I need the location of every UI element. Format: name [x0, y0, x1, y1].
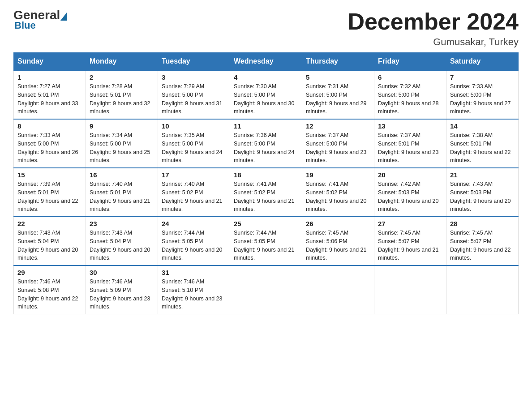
day-number: 1: [17, 73, 82, 81]
daylight-label: Daylight: 9 hours and 23 minutes.: [378, 149, 439, 164]
table-row: 2Sunrise: 7:28 AMSunset: 5:01 PMDaylight…: [86, 70, 158, 119]
day-info: Sunrise: 7:36 AMSunset: 5:00 PMDaylight:…: [234, 131, 298, 165]
sunset-label: Sunset: 5:01 PM: [17, 189, 59, 196]
sunset-label: Sunset: 5:00 PM: [162, 92, 203, 98]
day-number: 5: [306, 73, 370, 81]
day-info: Sunrise: 7:29 AMSunset: 5:00 PMDaylight:…: [162, 82, 226, 116]
logo: General Blue: [13, 9, 67, 31]
day-info: Sunrise: 7:45 AMSunset: 5:07 PMDaylight:…: [378, 229, 442, 262]
sunset-label: Sunset: 5:06 PM: [306, 238, 347, 244]
table-row: 26Sunrise: 7:45 AMSunset: 5:06 PMDayligh…: [302, 217, 374, 265]
day-info: Sunrise: 7:35 AMSunset: 5:00 PMDaylight:…: [162, 131, 226, 165]
day-number: 29: [17, 269, 82, 276]
col-thursday: Thursday: [302, 53, 374, 71]
table-row: [302, 265, 374, 314]
sunrise-label: Sunrise: 7:33 AM: [450, 83, 493, 90]
month-title: December 2024: [348, 9, 519, 34]
col-wednesday: Wednesday: [230, 53, 302, 71]
day-info: Sunrise: 7:39 AMSunset: 5:01 PMDaylight:…: [17, 180, 82, 214]
daylight-label: Daylight: 9 hours and 23 minutes.: [162, 295, 223, 310]
daylight-label: Daylight: 9 hours and 21 minutes.: [90, 198, 150, 213]
sunrise-label: Sunrise: 7:40 AM: [90, 181, 132, 187]
table-row: 1Sunrise: 7:27 AMSunset: 5:01 PMDaylight…: [14, 70, 86, 119]
day-number: 18: [234, 171, 298, 179]
sunrise-label: Sunrise: 7:46 AM: [162, 278, 204, 285]
sunset-label: Sunset: 5:00 PM: [17, 141, 59, 147]
day-number: 23: [90, 220, 154, 227]
day-info: Sunrise: 7:42 AMSunset: 5:03 PMDaylight:…: [378, 180, 442, 214]
day-number: 17: [162, 171, 226, 179]
sunrise-label: Sunrise: 7:43 AM: [17, 230, 60, 236]
table-row: 9Sunrise: 7:34 AMSunset: 5:00 PMDaylight…: [86, 119, 158, 168]
daylight-label: Daylight: 9 hours and 24 minutes.: [234, 149, 295, 164]
day-info: Sunrise: 7:38 AMSunset: 5:01 PMDaylight:…: [450, 131, 515, 165]
daylight-label: Daylight: 9 hours and 21 minutes.: [162, 198, 223, 213]
day-info: Sunrise: 7:34 AMSunset: 5:00 PMDaylight:…: [90, 131, 154, 165]
sunrise-label: Sunrise: 7:44 AM: [234, 230, 276, 236]
sunrise-label: Sunrise: 7:45 AM: [306, 230, 348, 236]
sunset-label: Sunset: 5:01 PM: [450, 141, 491, 147]
sunset-label: Sunset: 5:04 PM: [17, 238, 59, 244]
sunset-label: Sunset: 5:00 PM: [162, 141, 203, 147]
day-info: Sunrise: 7:44 AMSunset: 5:05 PMDaylight:…: [162, 229, 226, 262]
sunrise-label: Sunrise: 7:41 AM: [306, 181, 348, 187]
col-saturday: Saturday: [446, 53, 519, 71]
sunrise-label: Sunrise: 7:32 AM: [378, 83, 420, 90]
sunrise-label: Sunrise: 7:34 AM: [90, 132, 132, 138]
day-info: Sunrise: 7:37 AMSunset: 5:01 PMDaylight:…: [378, 131, 442, 165]
sunrise-label: Sunrise: 7:29 AM: [162, 83, 204, 90]
sunrise-label: Sunrise: 7:31 AM: [306, 83, 348, 90]
day-info: Sunrise: 7:41 AMSunset: 5:02 PMDaylight:…: [234, 180, 298, 214]
daylight-label: Daylight: 9 hours and 30 minutes.: [234, 100, 295, 115]
sunset-label: Sunset: 5:01 PM: [17, 92, 59, 98]
table-row: 24Sunrise: 7:44 AMSunset: 5:05 PMDayligh…: [158, 217, 230, 265]
sunset-label: Sunset: 5:00 PM: [450, 92, 491, 98]
title-area: December 2024 Gumusakar, Turkey: [348, 9, 519, 48]
day-info: Sunrise: 7:43 AMSunset: 5:03 PMDaylight:…: [450, 180, 515, 214]
daylight-label: Daylight: 9 hours and 24 minutes.: [162, 149, 223, 164]
sunset-label: Sunset: 5:00 PM: [378, 92, 419, 98]
day-info: Sunrise: 7:27 AMSunset: 5:01 PMDaylight:…: [17, 82, 82, 116]
sunset-label: Sunset: 5:05 PM: [162, 238, 203, 244]
daylight-label: Daylight: 9 hours and 29 minutes.: [306, 100, 367, 115]
day-number: 24: [162, 220, 226, 227]
col-friday: Friday: [374, 53, 446, 71]
daylight-label: Daylight: 9 hours and 20 minutes.: [378, 198, 439, 213]
sunrise-label: Sunrise: 7:38 AM: [450, 132, 493, 138]
daylight-label: Daylight: 9 hours and 23 minutes.: [90, 295, 150, 310]
sunset-label: Sunset: 5:01 PM: [90, 92, 131, 98]
table-row: [230, 265, 302, 314]
daylight-label: Daylight: 9 hours and 20 minutes.: [90, 247, 150, 261]
day-info: Sunrise: 7:40 AMSunset: 5:02 PMDaylight:…: [162, 180, 226, 214]
sunrise-label: Sunrise: 7:45 AM: [450, 230, 493, 236]
table-row: 29Sunrise: 7:46 AMSunset: 5:08 PMDayligh…: [14, 265, 86, 314]
day-number: 2: [90, 73, 154, 81]
sunset-label: Sunset: 5:01 PM: [378, 141, 419, 147]
col-monday: Monday: [86, 53, 158, 71]
calendar-table: Sunday Monday Tuesday Wednesday Thursday…: [13, 52, 519, 314]
day-info: Sunrise: 7:32 AMSunset: 5:00 PMDaylight:…: [378, 82, 442, 116]
daylight-label: Daylight: 9 hours and 32 minutes.: [90, 100, 150, 115]
table-row: 7Sunrise: 7:33 AMSunset: 5:00 PMDaylight…: [446, 70, 519, 119]
sunrise-label: Sunrise: 7:44 AM: [162, 230, 204, 236]
day-number: 15: [17, 171, 82, 179]
day-number: 14: [450, 122, 515, 130]
day-number: 10: [162, 122, 226, 130]
daylight-label: Daylight: 9 hours and 21 minutes.: [378, 247, 439, 261]
table-row: 12Sunrise: 7:37 AMSunset: 5:00 PMDayligh…: [302, 119, 374, 168]
day-number: 31: [162, 269, 226, 276]
table-row: 14Sunrise: 7:38 AMSunset: 5:01 PMDayligh…: [446, 119, 519, 168]
day-number: 12: [306, 122, 370, 130]
sunset-label: Sunset: 5:05 PM: [234, 238, 275, 244]
sunset-label: Sunset: 5:07 PM: [378, 238, 419, 244]
sunrise-label: Sunrise: 7:35 AM: [162, 132, 204, 138]
sunrise-label: Sunrise: 7:30 AM: [234, 83, 276, 90]
sunset-label: Sunset: 5:04 PM: [90, 238, 131, 244]
day-number: 8: [17, 122, 82, 130]
daylight-label: Daylight: 9 hours and 20 minutes.: [306, 198, 367, 213]
sunrise-label: Sunrise: 7:36 AM: [234, 132, 276, 138]
table-row: 6Sunrise: 7:32 AMSunset: 5:00 PMDaylight…: [374, 70, 446, 119]
daylight-label: Daylight: 9 hours and 28 minutes.: [378, 100, 439, 115]
day-info: Sunrise: 7:33 AMSunset: 5:00 PMDaylight:…: [17, 131, 82, 165]
table-row: 3Sunrise: 7:29 AMSunset: 5:00 PMDaylight…: [158, 70, 230, 119]
